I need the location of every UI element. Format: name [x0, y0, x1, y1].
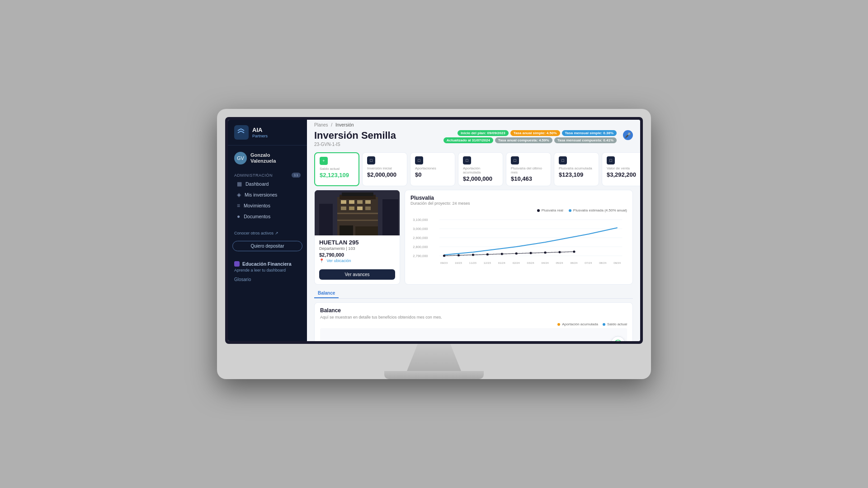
stat-value-aportacion-acum: $2,000,000 [463, 175, 498, 182]
svg-rect-12 [357, 200, 363, 204]
view-advances-button[interactable]: Ver avances [319, 269, 395, 280]
stats-row: + Saldo actual $2,123,109 □ Inversión in… [307, 150, 640, 190]
svg-point-34 [458, 254, 460, 257]
stat-label-venta: Valor de venta [607, 166, 640, 170]
chart-subtitle: Duración del proyecto: 24 meses [410, 201, 627, 206]
property-location[interactable]: 📍 Ver ubicación [319, 258, 395, 263]
badge-tasa-mensual-comp: Tasa mensual compuesta: 0.41% [554, 137, 617, 143]
deposit-button[interactable]: Quiero depositar [232, 241, 302, 251]
badge-tasa-compuesta: Tasa anual compuesta: 4.59% [495, 137, 552, 143]
svg-text:10/23: 10/23 [455, 261, 462, 264]
svg-text:2,790,000: 2,790,000 [413, 254, 428, 258]
svg-text:06/24: 06/24 [570, 261, 578, 264]
badge-actualizado: Actualizado al 31/07/2024 [443, 137, 493, 143]
svg-point-40 [544, 252, 546, 254]
chart-title: Plusvalía [410, 195, 627, 201]
svg-point-33 [443, 255, 445, 257]
breadcrumb: Planes / Inversión [307, 120, 640, 128]
svg-line-0 [238, 129, 241, 131]
sidebar-logo: AIA Partners [228, 125, 307, 145]
mic-icon[interactable]: 🎤 [623, 130, 633, 140]
svg-rect-16 [357, 206, 363, 210]
legend-estimada: Plusvalía estimada (4.50% anual) [569, 208, 627, 212]
legend-dot-aportacion [557, 323, 560, 326]
stat-card-saldo: + Saldo actual $2,123,109 [314, 152, 359, 186]
badge-tasa-simple: Tasa anual simple: 4.50% [510, 130, 560, 136]
sidebar-item-dashboard[interactable]: ▦ Dashboard [231, 178, 304, 189]
property-type: Departamento | 103 [319, 246, 395, 251]
stat-icon-venta: □ [607, 156, 615, 164]
svg-rect-14 [341, 206, 346, 210]
sidebar-item-inversiones[interactable]: ◈ Mis inversiones [231, 189, 304, 200]
stat-label-plusvalia-acum: Plusvalía acumulada [559, 166, 594, 170]
badge-inicio: Inicio del plan: 09/09/2023 [458, 130, 508, 136]
svg-rect-5 [319, 204, 333, 235]
legend-aportacion: Aportación acumulada [557, 322, 598, 326]
balance-tab[interactable]: Balance [314, 289, 339, 298]
svg-text:2,800,000: 2,800,000 [413, 245, 428, 249]
svg-point-41 [558, 251, 561, 253]
dashboard-icon: ▦ [237, 181, 242, 187]
stat-value-plusvalia-acum: $123,109 [559, 171, 594, 178]
sidebar-item-documentos[interactable]: ● Documentos [231, 211, 304, 222]
stat-icon-plusvalia-acum: □ [559, 156, 567, 164]
svg-point-39 [529, 252, 532, 254]
education-link[interactable]: Aprende a leer tu dashboard [234, 268, 301, 272]
monitor-stand [407, 344, 461, 371]
svg-line-2 [238, 131, 241, 133]
stat-value-inversion: $2,000,000 [367, 171, 402, 178]
stat-card-aportacion-acum: □ Aportación acumulada $2,000,000 [458, 152, 503, 186]
balance-chart-area: 2,000,000 MXN [320, 328, 627, 341]
page-title: Inversión Semilla [314, 130, 396, 141]
avatar-initials: GV [237, 155, 244, 161]
svg-text:08/24: 08/24 [599, 261, 607, 264]
logo-sub: Partners [252, 134, 268, 138]
svg-text:07/24: 07/24 [585, 261, 592, 264]
svg-rect-20 [340, 225, 353, 235]
stat-label-inversion: Inversión inicial [367, 166, 402, 170]
page-subtitle: 23-GVN-1-IS [314, 142, 396, 147]
svg-point-35 [472, 254, 474, 256]
stat-card-plusvalia-acum: □ Plusvalía acumulada $123,109 [554, 152, 599, 186]
header-right: Inicio del plan: 09/09/2023 Tasa anual s… [443, 130, 633, 143]
svg-rect-17 [365, 206, 371, 210]
badges-row-1: Inicio del plan: 09/09/2023 Tasa anual s… [458, 130, 617, 136]
stat-value-venta: $3,292,200 [607, 171, 640, 178]
svg-rect-15 [349, 206, 354, 210]
stat-card-venta: □ Valor de venta $3,292,200 [602, 152, 640, 186]
property-info: HUETLAN 295 Departamento | 103 $2,790,00… [315, 235, 400, 267]
legend-dot-estimada [569, 209, 571, 212]
stat-value-aportaciones: $0 [415, 171, 450, 178]
svg-rect-22 [337, 213, 378, 213]
page-header: Inversión Semilla 23-GVN-1-IS Inicio del… [307, 128, 640, 150]
documentos-icon: ● [237, 213, 240, 220]
logo-name: AIA [252, 127, 268, 134]
balance-description: Aquí se muestran en detalle tus benefici… [320, 315, 627, 319]
svg-text:3,100,000: 3,100,000 [413, 218, 428, 222]
svg-text:02/24: 02/24 [513, 261, 520, 264]
user-name: GonzaloValenzuela [250, 152, 276, 164]
stat-card-inversion: □ Inversión inicial $2,000,000 [362, 152, 407, 186]
svg-text:09/24: 09/24 [613, 261, 621, 264]
education-title: Educación Financiera [242, 261, 292, 267]
stat-label-plusvalia-mes: Plusvalía del último mes [511, 166, 546, 174]
glossary-link[interactable]: Glosario [228, 275, 307, 284]
property-name: HUETLAN 295 [319, 239, 395, 246]
svg-text:05/24: 05/24 [556, 261, 563, 264]
svg-point-42 [573, 251, 575, 253]
monitor-base [384, 371, 484, 379]
svg-text:04/24: 04/24 [542, 261, 549, 264]
svg-text:2,900,000: 2,900,000 [413, 236, 428, 240]
education-icon [234, 261, 240, 267]
sidebar: AIA Partners GV GonzaloValenzuela Admini… [228, 120, 307, 341]
balance-tabs: Balance [314, 288, 633, 299]
user-section: GV GonzaloValenzuela [228, 149, 307, 167]
location-pin-icon: 📍 [319, 258, 324, 263]
know-more-link[interactable]: Conocer otros activos ↗ [234, 231, 278, 235]
stat-card-aportaciones: □ Aportaciones $0 [410, 152, 455, 186]
chart-legend: Plusvalía real Plusvalía estimada (4.50%… [410, 208, 627, 212]
avatar: GV [234, 152, 247, 164]
sidebar-item-movimientos[interactable]: ≡ Movimientos [231, 200, 304, 211]
main-content: Planes / Inversión Inversión Semilla 23-… [307, 120, 640, 341]
legend-real: Plusvalía real [537, 208, 563, 212]
